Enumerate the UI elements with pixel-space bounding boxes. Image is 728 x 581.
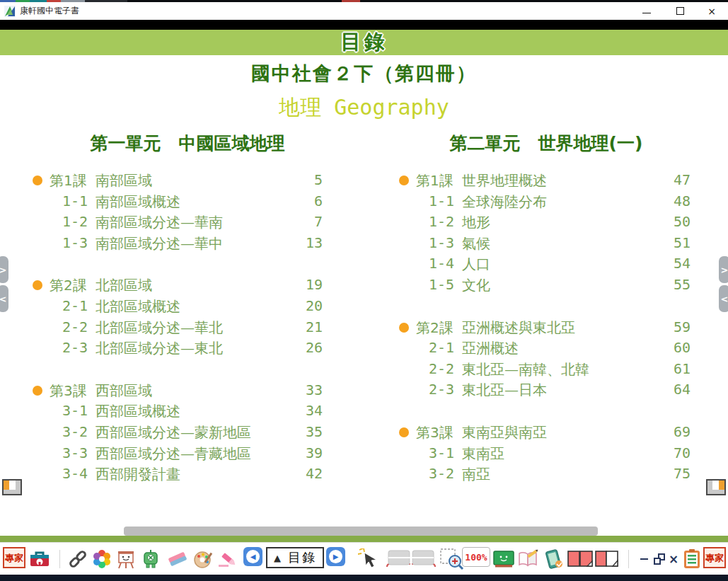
section-title: 北部區域概述 <box>96 297 180 316</box>
prev-page-button[interactable]: ◀ <box>243 547 262 566</box>
toolbox-icon[interactable] <box>28 547 51 571</box>
lesson-label: 第2課 <box>416 318 453 338</box>
section-number: 3-1 <box>62 402 88 419</box>
tablet-icon[interactable] <box>542 547 565 571</box>
toc-section-row[interactable]: 1-3氣候51 <box>395 234 692 255</box>
window-minimize-button[interactable] <box>636 2 657 20</box>
expert-mode-button-left[interactable]: 專家 <box>3 547 25 568</box>
dropdown-up-icon: ▲ <box>274 553 281 563</box>
lesson-label: 第3課 <box>50 381 87 401</box>
next-page-button[interactable]: ▶ <box>326 547 345 566</box>
toc-column-unit-1: 第1課南部區域51-1南部區域概述61-2南部區域分述—華南71-3南部區域分述… <box>28 171 324 485</box>
toc-section-row[interactable]: 1-4人口54 <box>395 254 692 275</box>
toc-lesson-row[interactable]: 第1課南部區域5 <box>28 171 324 192</box>
section-page-number: 42 <box>306 465 323 482</box>
section-title: 西部區域概述 <box>96 402 180 421</box>
expert-mode-button-right[interactable]: 專家 <box>703 547 726 568</box>
app-logo-icon <box>4 6 16 17</box>
toc-lesson-row[interactable]: 第2課亞洲概述與東北亞59 <box>395 318 692 339</box>
lesson-bullet-icon <box>33 176 42 185</box>
toc-section-row[interactable]: 2-3東北亞—日本64 <box>395 380 692 401</box>
section-title: 亞洲概述 <box>462 339 519 358</box>
toc-section-row[interactable]: 2-1亞洲概述60 <box>395 338 692 359</box>
section-number: 1-3 <box>62 234 88 251</box>
section-page-number: 7 <box>314 213 323 230</box>
toc-section-row[interactable]: 2-3北部區域分述—東北26 <box>28 338 324 359</box>
section-page-number: 26 <box>306 339 323 356</box>
toc-section-row[interactable]: 3-1西部區域概述34 <box>28 401 324 422</box>
toc-lesson-row[interactable]: 第3課東南亞與南亞69 <box>395 422 692 444</box>
window-close-button[interactable]: × <box>701 2 722 20</box>
page-selector[interactable]: ▲ 目錄 <box>266 547 324 568</box>
section-title: 全球海陸分布 <box>462 192 547 212</box>
toc-section-row[interactable]: 1-3南部區域分述—華中13 <box>28 234 324 255</box>
toc-section-row[interactable]: 3-2西部區域分述—蒙新地區35 <box>28 422 324 444</box>
toc-section-row[interactable]: 1-1南部區域概述6 <box>28 192 324 213</box>
toc-section-row[interactable]: 1-2南部區域分述—華南7 <box>28 212 324 234</box>
window-maximize-button[interactable] <box>669 2 691 20</box>
section-title: 南部區域分述—華中 <box>96 234 223 253</box>
flower-menu-icon[interactable] <box>91 547 112 571</box>
toc-section-row[interactable]: 1-2地形50 <box>395 212 692 234</box>
pointer-icon[interactable] <box>357 547 381 571</box>
section-title: 西部開發計畫 <box>96 465 180 484</box>
left-next-page-arrow[interactable]: > <box>0 256 8 283</box>
notebook-icon[interactable] <box>517 547 540 571</box>
robot-icon[interactable] <box>140 547 161 571</box>
easel-icon[interactable] <box>115 547 137 571</box>
lesson-page-number: 33 <box>306 381 323 398</box>
zoom-select-icon[interactable] <box>439 547 465 571</box>
book-spread-icon[interactable] <box>385 547 437 571</box>
section-number: 3-4 <box>62 465 88 482</box>
next-arrow-icon: ▶ <box>329 550 342 563</box>
toc-section-row[interactable]: 1-1全球海陸分布48 <box>395 192 692 213</box>
double-page-view-icon[interactable] <box>567 547 594 571</box>
link-icon[interactable] <box>67 547 88 571</box>
toolbar-minimize-button[interactable] <box>637 547 650 571</box>
toc-section-row[interactable]: 2-2北部區域分述—華北21 <box>28 318 324 339</box>
right-prev-page-arrow[interactable]: < <box>719 285 728 312</box>
section-title: 北部區域分述—華北 <box>96 318 223 338</box>
toolbar-restore-button[interactable] <box>653 547 666 571</box>
single-page-view-icon[interactable] <box>594 547 620 571</box>
section-page-number: 54 <box>674 255 691 272</box>
section-number: 2-1 <box>62 297 88 314</box>
eraser-icon[interactable] <box>166 547 189 571</box>
unit-1-title: 第一單元 中國區域地理 <box>28 132 347 155</box>
section-number: 2-1 <box>429 339 454 356</box>
lesson-page-number: 59 <box>674 318 691 335</box>
section-page-number: 60 <box>674 339 691 356</box>
toc-lesson-row[interactable]: 第3課西部區域33 <box>28 381 324 402</box>
highlighter-icon[interactable] <box>216 547 239 571</box>
section-title: 北部區域分述—東北 <box>96 339 223 358</box>
lesson-page-number: 19 <box>306 276 323 293</box>
page-corner-left-icon[interactable] <box>2 479 22 495</box>
toc-section-row[interactable]: 3-2南亞75 <box>395 464 692 485</box>
toc-section-row[interactable]: 3-1東南亞70 <box>395 444 692 465</box>
toc-section-row[interactable]: 3-4西部開發計畫42 <box>28 464 324 485</box>
section-page-number: 55 <box>674 276 691 293</box>
section-page-number: 20 <box>306 297 323 314</box>
clipboard-icon[interactable] <box>683 547 701 571</box>
horizontal-scrollbar[interactable] <box>124 527 598 536</box>
toc-section-row[interactable]: 2-2東北亞—南韓、北韓61 <box>395 359 692 381</box>
toc-section-row[interactable]: 1-5文化55 <box>395 275 692 297</box>
section-number: 3-2 <box>429 465 454 482</box>
right-next-page-arrow[interactable]: > <box>719 256 728 283</box>
lesson-bullet-icon <box>399 427 409 437</box>
zoom-level[interactable]: 100% <box>462 547 490 567</box>
toc-lesson-row[interactable]: 第1課世界地理概述47 <box>395 171 692 192</box>
page-corner-right-icon[interactable] <box>706 479 726 495</box>
toolbar-close-button[interactable]: × <box>668 547 679 571</box>
toc-section-row[interactable]: 2-1北部區域概述20 <box>28 297 324 318</box>
chalkboard-icon[interactable] <box>492 547 515 571</box>
lesson-title: 亞洲概述與東北亞 <box>462 318 575 338</box>
toc-lesson-row[interactable]: 第2課北部區域19 <box>28 275 324 297</box>
palette-icon[interactable] <box>192 547 214 571</box>
section-page-number: 50 <box>674 213 691 230</box>
section-number: 3-2 <box>62 423 88 440</box>
toc-section-row[interactable]: 3-3西部區域分述—青藏地區39 <box>28 444 324 465</box>
lesson-page-number: 5 <box>314 171 323 188</box>
window-title: 康軒國中電子書 <box>20 5 79 17</box>
left-prev-page-arrow[interactable]: < <box>0 285 8 312</box>
